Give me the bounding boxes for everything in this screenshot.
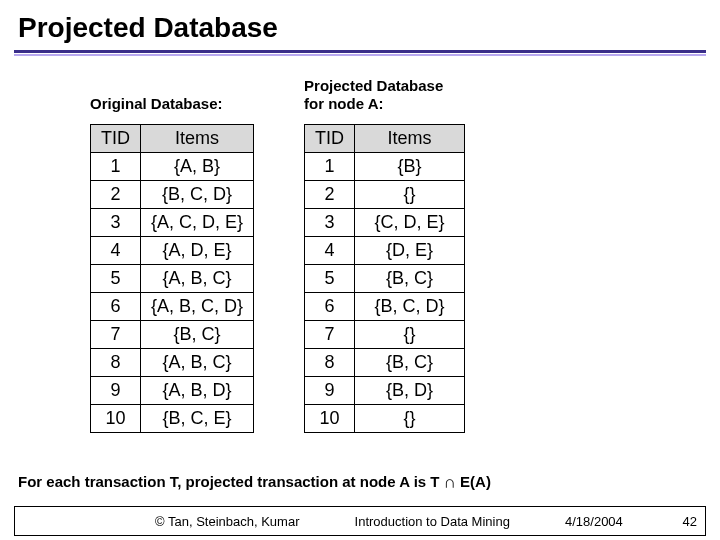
cell-tid: 8 [305, 349, 355, 377]
cell-items: {A, B, D} [141, 377, 254, 405]
cell-tid: 9 [305, 377, 355, 405]
cell-tid: 10 [91, 405, 141, 433]
table-row: 8{A, B, C} [91, 349, 254, 377]
cell-tid: 5 [91, 265, 141, 293]
cell-items: {B, C, D} [355, 293, 465, 321]
content-area: Original Database: TID Items 1{A, B}2{B,… [0, 56, 720, 433]
cell-tid: 3 [305, 209, 355, 237]
cell-tid: 1 [305, 153, 355, 181]
projected-database-column: Projected Databasefor node A: TID Items … [304, 76, 465, 433]
cell-tid: 6 [305, 293, 355, 321]
footer-center: Introduction to Data Mining [299, 514, 565, 529]
cell-tid: 7 [91, 321, 141, 349]
footer-copyright: © Tan, Steinbach, Kumar [15, 514, 299, 529]
header-items: Items [355, 125, 465, 153]
table-header-row: TID Items [305, 125, 465, 153]
table-row: 3{A, C, D, E} [91, 209, 254, 237]
table-row: 10{} [305, 405, 465, 433]
table-row: 1{A, B} [91, 153, 254, 181]
intersection-icon: ∩ [444, 473, 456, 492]
cell-items: {B, C} [141, 321, 254, 349]
table-row: 8{B, C} [305, 349, 465, 377]
slide-title: Projected Database [0, 0, 720, 50]
cell-items: {A, C, D, E} [141, 209, 254, 237]
projected-database-table: TID Items 1{B}2{}3{C, D, E}4{D, E}5{B, C… [304, 124, 465, 433]
cell-items: {A, B, C, D} [141, 293, 254, 321]
table-row: 4{D, E} [305, 237, 465, 265]
header-tid: TID [91, 125, 141, 153]
table-header-row: TID Items [91, 125, 254, 153]
table-row: 5{B, C} [305, 265, 465, 293]
cell-items: {D, E} [355, 237, 465, 265]
cell-tid: 6 [91, 293, 141, 321]
table-row: 2{} [305, 181, 465, 209]
cell-items: {} [355, 405, 465, 433]
footnote-pre: For each transaction T, projected transa… [18, 473, 444, 490]
cell-tid: 2 [91, 181, 141, 209]
table-row: 4{A, D, E} [91, 237, 254, 265]
footnote-post: E(A) [456, 473, 491, 490]
cell-tid: 9 [91, 377, 141, 405]
cell-tid: 5 [305, 265, 355, 293]
table-row: 6{B, C, D} [305, 293, 465, 321]
table-row: 5{A, B, C} [91, 265, 254, 293]
footer-page-number: 42 [665, 514, 705, 529]
cell-tid: 10 [305, 405, 355, 433]
cell-items: {B} [355, 153, 465, 181]
title-underline [14, 50, 706, 53]
cell-items: {A, B} [141, 153, 254, 181]
cell-tid: 1 [91, 153, 141, 181]
cell-tid: 7 [305, 321, 355, 349]
header-items: Items [141, 125, 254, 153]
cell-items: {B, C, D} [141, 181, 254, 209]
footer-date: 4/18/2004 [565, 514, 665, 529]
cell-tid: 8 [91, 349, 141, 377]
cell-items: {} [355, 321, 465, 349]
cell-tid: 4 [305, 237, 355, 265]
cell-items: {} [355, 181, 465, 209]
table-row: 3{C, D, E} [305, 209, 465, 237]
original-database-heading: Original Database: [90, 76, 254, 114]
cell-items: {A, D, E} [141, 237, 254, 265]
cell-items: {B, C} [355, 265, 465, 293]
cell-items: {B, D} [355, 377, 465, 405]
cell-items: {C, D, E} [355, 209, 465, 237]
table-row: 1{B} [305, 153, 465, 181]
cell-items: {A, B, C} [141, 265, 254, 293]
table-row: 7{} [305, 321, 465, 349]
cell-items: {B, C, E} [141, 405, 254, 433]
cell-items: {A, B, C} [141, 349, 254, 377]
footer-bar: © Tan, Steinbach, Kumar Introduction to … [14, 506, 706, 536]
table-row: 10{B, C, E} [91, 405, 254, 433]
original-database-column: Original Database: TID Items 1{A, B}2{B,… [90, 76, 254, 433]
table-row: 6{A, B, C, D} [91, 293, 254, 321]
table-row: 7{B, C} [91, 321, 254, 349]
cell-items: {B, C} [355, 349, 465, 377]
cell-tid: 2 [305, 181, 355, 209]
cell-tid: 3 [91, 209, 141, 237]
original-database-table: TID Items 1{A, B}2{B, C, D}3{A, C, D, E}… [90, 124, 254, 433]
footnote-text: For each transaction T, projected transa… [18, 472, 491, 492]
table-row: 9{B, D} [305, 377, 465, 405]
cell-tid: 4 [91, 237, 141, 265]
projected-database-heading: Projected Databasefor node A: [304, 76, 465, 114]
header-tid: TID [305, 125, 355, 153]
table-row: 2{B, C, D} [91, 181, 254, 209]
table-row: 9{A, B, D} [91, 377, 254, 405]
